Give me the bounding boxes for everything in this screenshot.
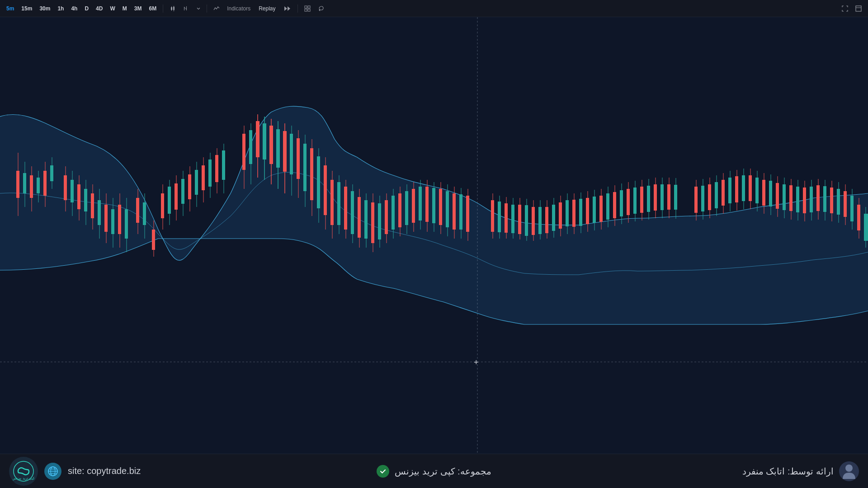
timeframe-4D[interactable]: 4D [93,4,105,13]
svg-rect-183 [620,190,623,216]
svg-rect-145 [491,200,494,232]
svg-rect-235 [810,187,813,212]
timeframe-1h[interactable]: 1h [55,4,66,13]
svg-rect-67 [195,170,198,195]
timeframe-4h[interactable]: 4h [68,4,80,13]
svg-rect-173 [586,198,589,224]
separator-2 [207,5,207,13]
svg-rect-83 [263,123,266,160]
svg-rect-127 [412,189,415,223]
svg-rect-227 [783,184,786,210]
timeframe-D[interactable]: D [82,4,91,13]
layout-icon[interactable] [302,4,313,13]
svg-point-262 [379,467,387,475]
svg-rect-149 [505,203,508,233]
svg-rect-93 [297,138,300,179]
svg-rect-69 [202,165,205,190]
timeframe-3M[interactable]: 3M [132,4,145,13]
svg-rect-41 [98,200,101,225]
svg-point-263 [845,465,853,472]
svg-rect-249 [857,205,860,230]
svg-rect-81 [256,121,259,157]
svg-rect-225 [776,183,779,209]
svg-rect-157 [532,207,535,235]
svg-rect-115 [371,202,374,243]
svg-marker-10 [284,6,287,11]
svg-rect-107 [344,187,347,230]
svg-rect-33 [71,180,74,202]
svg-rect-3 [173,7,175,10]
svg-rect-109 [351,191,354,234]
svg-rect-87 [276,129,280,168]
svg-rect-193 [654,184,657,211]
svg-rect-14 [305,9,307,11]
check-badge [377,465,389,478]
bar-type-icon[interactable] [180,4,192,13]
globe-icon [44,463,61,480]
svg-rect-147 [498,202,501,232]
svg-rect-207 [715,182,718,208]
svg-rect-59 [168,187,171,214]
timeframe-W[interactable]: W [107,4,118,13]
svg-rect-219 [755,178,759,203]
svg-rect-203 [701,186,704,211]
svg-rect-7 [184,8,185,8]
svg-rect-17 [856,6,861,11]
svg-rect-75 [222,150,225,180]
svg-rect-121 [392,196,395,230]
svg-rect-247 [850,196,854,221]
svg-rect-163 [552,205,555,231]
svg-rect-191 [647,186,650,212]
svg-rect-71 [208,160,212,187]
candle-type-icon[interactable] [167,4,179,13]
svg-rect-153 [518,205,521,234]
svg-rect-141 [459,194,462,230]
replay-speed-icon[interactable] [281,5,294,13]
svg-rect-177 [599,196,603,222]
svg-rect-5 [174,10,174,11]
separator-1 [163,5,163,13]
bottom-bar: کپی ترید بیزنس site: copytrade.biz مجموع… [0,454,868,488]
fullscreen-icon[interactable] [839,4,851,13]
svg-rect-215 [742,175,745,201]
svg-rect-133 [432,188,435,223]
toolbar-right [839,4,864,13]
replay-button[interactable]: Replay [255,4,279,13]
chart-area[interactable]: + [0,17,868,454]
svg-rect-53 [136,198,139,223]
maximize-icon[interactable] [853,4,864,13]
svg-rect-8 [186,6,187,10]
timeframe-15m[interactable]: 15m [19,4,35,13]
separator-3 [297,5,298,13]
indicators-button[interactable]: Indicators [224,4,253,13]
svg-rect-29 [50,165,53,181]
svg-rect-223 [769,181,772,206]
brand-logo: کپی ترید بیزنس [9,457,38,486]
svg-rect-237 [816,185,820,211]
svg-rect-201 [694,187,698,213]
svg-rect-4 [174,6,174,7]
svg-rect-6 [184,7,184,10]
svg-rect-187 [633,188,637,214]
svg-text:+: + [474,358,479,367]
svg-rect-45 [111,209,114,234]
svg-marker-16 [319,9,320,11]
timeframe-30m[interactable]: 30m [37,4,53,13]
svg-rect-169 [572,200,576,227]
svg-rect-205 [708,184,711,210]
replay-label: Replay [259,5,275,12]
svg-rect-73 [215,155,218,182]
undo-icon[interactable] [315,4,327,13]
svg-rect-243 [837,189,840,215]
svg-rect-97 [310,148,313,200]
svg-rect-195 [660,184,664,210]
chevron-down-icon[interactable] [194,5,203,12]
timeframe-5m[interactable]: 5m [4,4,17,13]
svg-rect-189 [640,187,643,213]
timeframe-6M[interactable]: 6M [146,4,159,13]
svg-rect-19 [16,171,19,198]
timeframe-M[interactable]: M [120,4,130,13]
svg-rect-175 [593,197,596,223]
svg-rect-57 [161,193,164,218]
author-text: ارائه توسط: اتابک منفرد [742,466,834,477]
